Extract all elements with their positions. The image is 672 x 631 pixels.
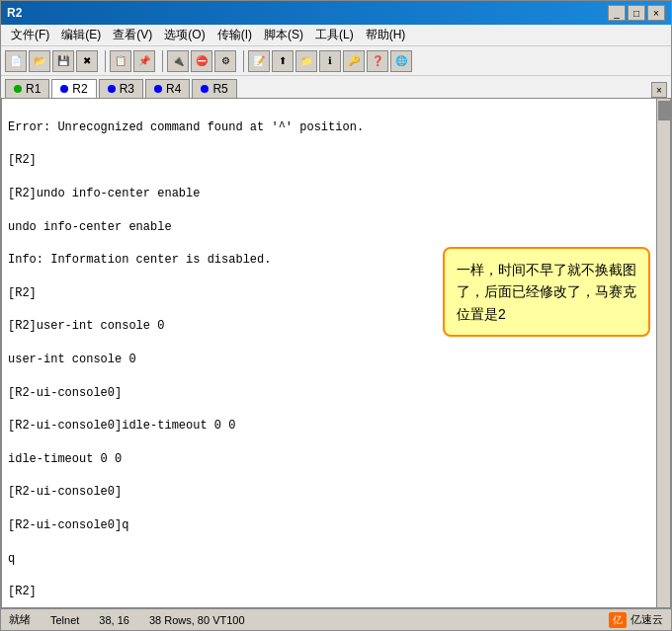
tab-r5-indicator [201, 85, 209, 93]
terminal-line: [R2-ui-console0]q [8, 517, 664, 534]
menu-script[interactable]: 脚本(S) [258, 25, 309, 45]
status-bar: 就绪 Telnet 38, 16 38 Rows, 80 VT100 亿 亿速云 [1, 608, 671, 630]
tab-r3-indicator [108, 85, 116, 93]
status-position: 38, 16 [99, 614, 129, 626]
tab-r4[interactable]: R4 [145, 79, 190, 98]
menu-tools[interactable]: 工具(L) [309, 25, 360, 45]
terminal-content: Error: Unrecognized command found at '^'… [8, 103, 664, 607]
yiyun-logo: 亿 [609, 612, 627, 628]
tab-r2-label: R2 [72, 82, 87, 96]
tab-r1-indicator [14, 85, 22, 93]
toolbar-sep1 [102, 50, 106, 72]
tabs-bar: R1 R2 R3 R4 R5 × [1, 76, 671, 98]
toolbar-paste[interactable]: 📌 [133, 50, 155, 72]
terminal-line: user-int console 0 [8, 352, 664, 368]
tab-r3[interactable]: R3 [99, 79, 143, 98]
tab-r4-indicator [154, 85, 162, 93]
terminal-line: [R2-ui-console0] [8, 484, 664, 501]
toolbar-help[interactable]: ❓ [367, 50, 388, 72]
menu-bar: 文件(F) 编辑(E) 查看(V) 选项(O) 传输(I) 脚本(S) 工具(L… [1, 25, 671, 46]
toolbar-sep3 [240, 50, 244, 72]
menu-help[interactable]: 帮助(H) [360, 25, 412, 45]
status-dimensions: 38 Rows, 80 VT100 [149, 614, 245, 626]
status-right: 亿 亿速云 [609, 612, 663, 628]
tab-r1[interactable]: R1 [5, 79, 49, 98]
tab-r3-label: R3 [120, 82, 134, 96]
terminal-line: Error: Unrecognized command found at '^'… [8, 119, 664, 136]
tab-r5[interactable]: R5 [192, 79, 236, 98]
menu-view[interactable]: 查看(V) [107, 25, 158, 45]
terminal-scroll[interactable]: Error: Unrecognized command found at '^'… [2, 99, 670, 607]
terminal-line: q [8, 551, 664, 568]
toolbar-save[interactable]: 💾 [52, 50, 74, 72]
terminal-area[interactable]: Error: Unrecognized command found at '^'… [1, 98, 671, 608]
title-buttons: _ □ × [608, 5, 665, 21]
toolbar-sep2 [159, 50, 163, 72]
toolbar-connect[interactable]: 🔌 [167, 50, 189, 72]
toolbar-settings[interactable]: ⚙ [214, 50, 236, 72]
terminal-line: idle-timeout 0 0 [8, 451, 664, 468]
toolbar-about[interactable]: 🌐 [390, 50, 412, 72]
minimize-button[interactable]: _ [608, 5, 626, 21]
terminal-line: [R2]undo info-center enable [8, 186, 664, 202]
title-bar: R2 _ □ × [1, 1, 671, 25]
callout-text: 一样，时间不早了就不换截图了，后面已经修改了，马赛克位置是2 [457, 262, 636, 322]
status-protocol: Telnet [50, 614, 79, 626]
terminal-line: [R2] [8, 584, 664, 600]
terminal-line: undo info-center enable [8, 219, 664, 236]
menu-transfer[interactable]: 传输(I) [211, 25, 258, 45]
tab-r1-label: R1 [26, 82, 41, 96]
tab-r2[interactable]: R2 [51, 79, 96, 98]
toolbar-key[interactable]: 🔑 [343, 50, 365, 72]
callout-box: 一样，时间不早了就不换截图了，后面已经修改了，马赛克位置是2 [443, 247, 650, 337]
yiyun-text: 亿速云 [630, 612, 663, 627]
toolbar-open[interactable]: 📂 [29, 50, 50, 72]
toolbar-log[interactable]: 📝 [248, 50, 270, 72]
close-button[interactable]: × [647, 5, 665, 21]
terminal-line: [R2-ui-console0]idle-timeout 0 0 [8, 418, 664, 434]
maximize-button[interactable]: □ [628, 5, 645, 21]
menu-edit[interactable]: 编辑(E) [55, 25, 107, 45]
toolbar-disconnect[interactable]: ⛔ [191, 50, 212, 72]
window-title: R2 [7, 6, 22, 20]
menu-file[interactable]: 文件(F) [5, 25, 55, 45]
toolbar-zmodem[interactable]: ⬆ [272, 50, 294, 72]
status-state: 就绪 [9, 612, 31, 627]
scrollbar[interactable] [656, 99, 670, 607]
main-window: R2 _ □ × 文件(F) 编辑(E) 查看(V) 选项(O) 传输(I) 脚… [0, 0, 672, 631]
menu-options[interactable]: 选项(O) [158, 25, 210, 45]
toolbar-sftp[interactable]: 📁 [295, 50, 317, 72]
toolbar-copy[interactable]: 📋 [110, 50, 131, 72]
toolbar: 📄 📂 💾 ✖ 📋 📌 🔌 ⛔ ⚙ 📝 ⬆ 📁 ℹ 🔑 ❓ 🌐 [1, 46, 671, 76]
tab-r4-label: R4 [166, 82, 181, 96]
terminal-line: [R2] [8, 152, 664, 169]
tabs-close-button[interactable]: × [651, 82, 667, 98]
toolbar-info[interactable]: ℹ [319, 50, 341, 72]
toolbar-new[interactable]: 📄 [5, 50, 27, 72]
toolbar-close[interactable]: ✖ [76, 50, 98, 72]
scrollbar-thumb[interactable] [658, 101, 670, 120]
tab-r2-indicator [60, 85, 68, 93]
tab-r5-label: R5 [212, 82, 227, 96]
terminal-line: [R2-ui-console0] [8, 385, 664, 402]
